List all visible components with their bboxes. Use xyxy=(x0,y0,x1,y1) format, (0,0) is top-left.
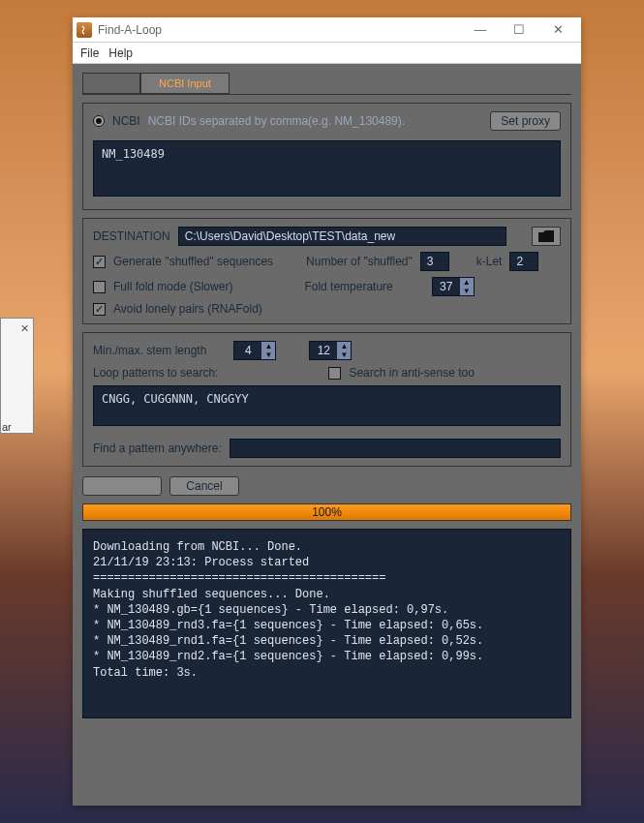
destination-label: DESTINATION xyxy=(93,229,170,243)
antisense-label: Search in anti-sense too xyxy=(349,366,474,380)
log-line: 21/11/19 23:13: Process started xyxy=(93,555,561,570)
chevron-down-icon[interactable]: ▼ xyxy=(337,351,351,359)
avoid-lonely-label: Avoid lonely pairs (RNAFold) xyxy=(113,302,262,316)
log-line: ========================================… xyxy=(93,570,561,586)
loop-patterns-input[interactable]: CNGG, CUGGNNN, CNGGYY xyxy=(93,385,561,426)
close-button[interactable]: ✕ xyxy=(538,17,577,43)
fold-temp-label: Fold temperature xyxy=(304,280,392,293)
destination-input[interactable] xyxy=(178,227,506,246)
generate-shuffled-checkbox[interactable]: ✓ xyxy=(93,256,106,268)
num-shuffled-label: Number of "shuffled" xyxy=(306,255,413,268)
source-panel: NCBI NCBI IDs separated by comma(e.g. NM… xyxy=(82,103,571,210)
titlebar: Find-A-Loop — ☐ ✕ xyxy=(73,17,581,43)
background-fragment-text: ar xyxy=(2,421,17,439)
stem-max-spinner[interactable]: 12 ▲▼ xyxy=(309,341,352,360)
window-title: Find-A-Loop xyxy=(98,23,461,37)
full-fold-label: Full fold mode (Slower) xyxy=(113,280,232,293)
background-window-fragment xyxy=(0,318,34,434)
stem-length-label: Min./max. stem length xyxy=(93,344,206,357)
ncbi-radio-label: NCBI xyxy=(112,114,140,128)
maximize-button[interactable]: ☐ xyxy=(500,17,538,43)
cancel-button[interactable]: Cancel xyxy=(169,476,239,496)
log-console: Downloading from NCBI... Done. 21/11/19 … xyxy=(82,529,571,718)
main-window: Find-A-Loop — ☐ ✕ File Help NCBI Input N… xyxy=(73,17,581,806)
chevron-down-icon[interactable]: ▼ xyxy=(460,287,474,295)
chevron-up-icon[interactable]: ▲ xyxy=(460,278,474,287)
full-fold-checkbox[interactable] xyxy=(93,281,106,293)
log-line: Total time: 3s. xyxy=(93,665,561,681)
generate-shuffled-label: Generate "shuffled" sequences xyxy=(113,255,273,268)
avoid-lonely-checkbox[interactable]: ✓ xyxy=(93,303,106,316)
tab-blank[interactable] xyxy=(82,73,140,94)
num-shuffled-input[interactable] xyxy=(420,252,449,271)
find-anywhere-input[interactable] xyxy=(230,439,561,458)
log-line: * NM_130489_rnd3.fa={1 sequences} - Time… xyxy=(93,618,561,633)
close-icon[interactable]: ✕ xyxy=(17,321,31,335)
log-line: * NM_130489.gb={1 sequences} - Time elap… xyxy=(93,602,561,618)
tabbar: NCBI Input xyxy=(82,70,571,95)
chevron-up-icon[interactable]: ▲ xyxy=(261,342,275,351)
stem-min-value: 4 xyxy=(234,342,261,359)
destination-panel: DESTINATION ✓ Generate "shuffled" sequen… xyxy=(82,218,571,324)
chevron-up-icon[interactable]: ▲ xyxy=(337,342,351,351)
ncbi-hint: NCBI IDs separated by comma(e.g. NM_1304… xyxy=(148,114,405,128)
log-line: * NM_130489_rnd1.fa={1 sequences} - Time… xyxy=(93,633,561,649)
menubar: File Help xyxy=(73,43,581,64)
klet-input[interactable] xyxy=(509,252,538,271)
folder-icon xyxy=(538,230,554,242)
minimize-button[interactable]: — xyxy=(461,17,500,43)
stem-max-value: 12 xyxy=(310,342,337,359)
ncbi-ids-input[interactable]: NM_130489 xyxy=(93,140,561,197)
chevron-down-icon[interactable]: ▼ xyxy=(261,351,275,359)
tab-ncbi-input[interactable]: NCBI Input xyxy=(140,73,230,94)
menu-file[interactable]: File xyxy=(80,46,99,60)
find-anywhere-label: Find a pattern anywhere: xyxy=(93,442,222,455)
stem-min-spinner[interactable]: 4 ▲▼ xyxy=(233,341,276,360)
fold-temp-spinner[interactable]: 37 ▲▼ xyxy=(432,277,475,296)
menu-help[interactable]: Help xyxy=(108,46,133,60)
antisense-checkbox[interactable] xyxy=(328,367,341,380)
progress-text: 100% xyxy=(312,505,342,519)
search-panel: Min./max. stem length 4 ▲▼ 12 ▲▼ Loop pa… xyxy=(82,332,571,467)
progress-bar: 100% xyxy=(82,503,571,521)
log-line: * NM_130489_rnd2.fa={1 sequences} - Time… xyxy=(93,649,561,664)
log-line: Downloading from NCBI... Done. xyxy=(93,539,561,555)
fold-temp-value: 37 xyxy=(433,278,460,295)
ncbi-radio[interactable] xyxy=(93,115,105,127)
set-proxy-button[interactable]: Set proxy xyxy=(490,111,561,131)
patterns-label: Loop patterns to search: xyxy=(93,366,218,380)
run-button[interactable] xyxy=(82,476,162,496)
log-line: Making shuffled sequences... Done. xyxy=(93,587,561,602)
browse-folder-button[interactable] xyxy=(532,227,561,246)
klet-label: k-Let xyxy=(476,255,503,268)
java-app-icon xyxy=(77,22,92,38)
